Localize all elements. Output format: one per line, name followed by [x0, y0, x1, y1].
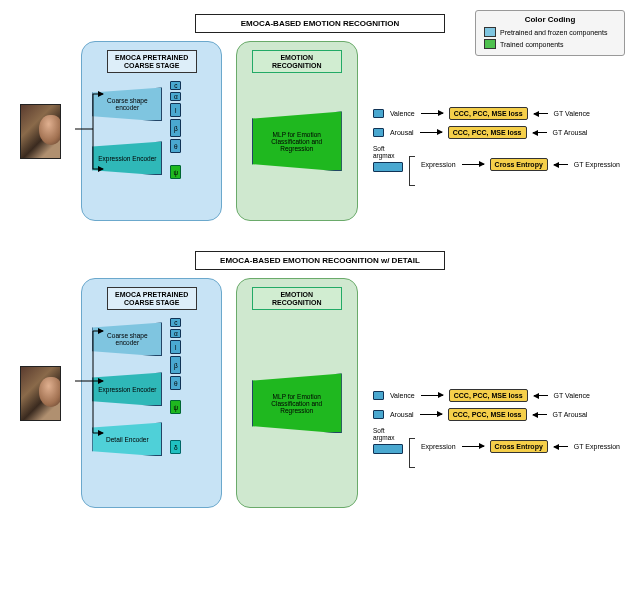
arrow-icon — [554, 164, 568, 165]
gt-valence: GT Valence — [554, 392, 590, 399]
bracket-icon — [409, 438, 415, 468]
gt-expression: GT Expression — [574, 161, 620, 168]
arrow-icon — [534, 113, 548, 114]
expression-encoder: Expression Encoder — [92, 372, 162, 406]
param-l: l — [170, 340, 181, 354]
out-valence-label: Valence — [390, 392, 415, 399]
arrow-icon — [534, 395, 548, 396]
softargmax-pill — [373, 444, 403, 454]
outputs: Valence CCC, PCC, MSE loss GT Valence Ar… — [373, 107, 620, 186]
input-face-image — [20, 104, 61, 159]
coarse-stage: EMOCA PRETRAINED COARSE STAGE Coarse sha… — [81, 41, 222, 221]
gt-expression: GT Expression — [574, 443, 620, 450]
param-beta: β — [170, 356, 181, 374]
param-c: c — [170, 318, 181, 327]
emotion-stage: EMOTION RECOGNITION MLP for Emotion Clas… — [236, 41, 359, 221]
arrow-icon — [533, 132, 547, 133]
arrow-icon — [421, 395, 443, 396]
emotion-stage: EMOTION RECOGNITION MLP for Emotion Clas… — [236, 278, 359, 508]
out-arousal-pill — [373, 410, 384, 419]
diagram-top: EMOCA-BASED EMOTION RECOGNITION EMOCA PR… — [20, 14, 620, 221]
out-valence-pill — [373, 109, 384, 118]
expression-encoder: Expression Encoder — [92, 141, 162, 175]
coarse-stage: EMOCA PRETRAINED COARSE STAGE Coarse sha… — [81, 278, 222, 508]
arrow-icon — [420, 414, 442, 415]
gt-arousal: GT Arousal — [553, 129, 588, 136]
param-l: l — [170, 103, 181, 117]
emotion-stage-title: EMOTION RECOGNITION — [252, 50, 342, 73]
loss-ccc-arousal: CCC, PCC, MSE loss — [448, 126, 527, 139]
loss-ce: Cross Entropy — [490, 440, 548, 453]
param-psi: ψ — [170, 165, 181, 179]
outputs: Valence CCC, PCC, MSE loss GT Valence Ar… — [373, 389, 620, 468]
out-valence-pill — [373, 391, 384, 400]
out-valence-label: Valence — [390, 110, 415, 117]
param-psi: ψ — [170, 400, 181, 414]
coarse-shape-encoder: Coarse shape encoder — [92, 87, 162, 121]
param-theta: θ — [170, 139, 181, 153]
arrow-icon — [462, 446, 484, 447]
diagram-bottom: EMOCA-BASED EMOTION RECOGNITION w/ DETAI… — [20, 251, 620, 508]
gt-valence: GT Valence — [554, 110, 590, 117]
param-alpha: α — [170, 329, 181, 338]
softargmax-pill — [373, 162, 403, 172]
arrow-icon — [420, 132, 442, 133]
param-delta: δ — [170, 440, 181, 454]
out-expression-label: Expression — [421, 161, 456, 168]
param-c: c — [170, 81, 181, 90]
loss-ccc-arousal: CCC, PCC, MSE loss — [448, 408, 527, 421]
emotion-stage-title: EMOTION RECOGNITION — [252, 287, 342, 310]
softargmax-label: Soft argmax — [373, 145, 403, 159]
out-expression-label: Expression — [421, 443, 456, 450]
arrow-icon — [533, 414, 547, 415]
param-beta: β — [170, 119, 181, 137]
coarse-shape-encoder: Coarse shape encoder — [92, 322, 162, 356]
arrow-icon — [554, 446, 568, 447]
softargmax-label: Soft argmax — [373, 427, 403, 441]
diagram-title: EMOCA-BASED EMOTION RECOGNITION — [195, 14, 445, 33]
loss-ccc-valence: CCC, PCC, MSE loss — [449, 389, 528, 402]
gt-arousal: GT Arousal — [553, 411, 588, 418]
coarse-stage-title: EMOCA PRETRAINED COARSE STAGE — [107, 287, 197, 310]
out-arousal-pill — [373, 128, 384, 137]
mlp-block: MLP for Emotion Classification and Regre… — [252, 111, 342, 171]
input-face-image — [20, 366, 61, 421]
loss-ce: Cross Entropy — [490, 158, 548, 171]
arrow-icon — [462, 164, 484, 165]
param-theta: θ — [170, 376, 181, 390]
diagram-title: EMOCA-BASED EMOTION RECOGNITION w/ DETAI… — [195, 251, 445, 270]
bracket-icon — [409, 156, 415, 186]
coarse-stage-title: EMOCA PRETRAINED COARSE STAGE — [107, 50, 197, 73]
mlp-block: MLP for Emotion Classification and Regre… — [252, 373, 342, 433]
param-alpha: α — [170, 92, 181, 101]
loss-ccc-valence: CCC, PCC, MSE loss — [449, 107, 528, 120]
out-arousal-label: Arousal — [390, 129, 414, 136]
arrow-icon — [421, 113, 443, 114]
out-arousal-label: Arousal — [390, 411, 414, 418]
detail-encoder: Detail Encoder — [92, 422, 162, 456]
